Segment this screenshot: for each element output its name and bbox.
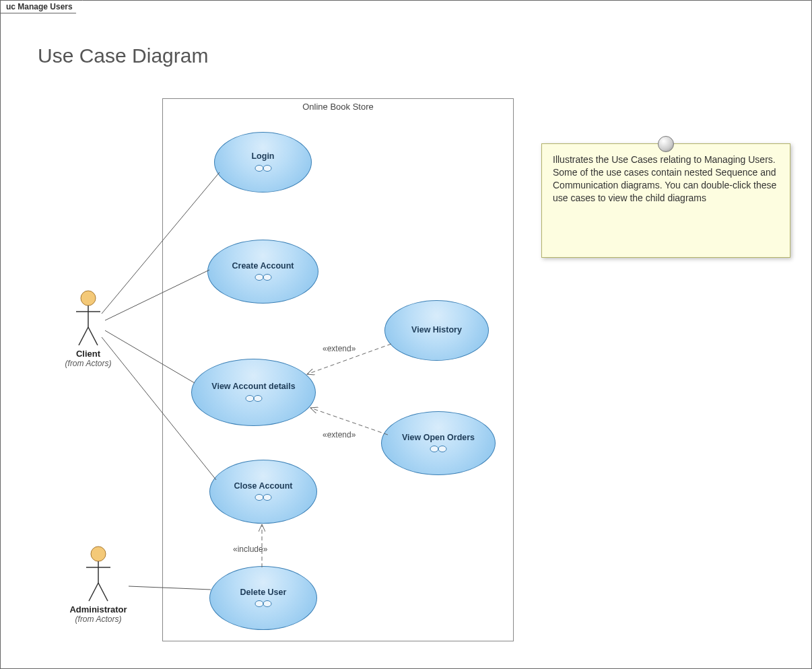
- nested-diagram-icon: [244, 394, 263, 402]
- extend-label: «extend»: [323, 430, 356, 439]
- diagram-note: Illustrates the Use Cases relating to Ma…: [541, 143, 790, 258]
- svg-point-5: [91, 547, 106, 561]
- usecase-label: Create Account: [228, 262, 298, 271]
- nested-diagram-icon: [254, 493, 273, 501]
- usecase-close-account[interactable]: Close Account: [209, 460, 317, 524]
- actor-admin-name: Administrator: [61, 604, 135, 614]
- usecase-delete-user[interactable]: Delete User: [209, 566, 317, 630]
- svg-point-11: [263, 165, 271, 171]
- svg-line-4: [88, 327, 98, 345]
- svg-point-13: [255, 275, 263, 281]
- svg-point-0: [81, 291, 96, 306]
- svg-point-10: [255, 165, 263, 171]
- usecase-label: View Account details: [207, 382, 299, 392]
- usecase-login[interactable]: Login: [214, 132, 312, 192]
- svg-point-20: [263, 495, 271, 501]
- usecase-view-account-details[interactable]: View Account details: [191, 359, 316, 426]
- usecase-label: Login: [247, 152, 278, 162]
- svg-line-8: [89, 583, 98, 601]
- note-text: Illustrates the Use Cases relating to Ma…: [553, 154, 776, 203]
- usecase-label: Delete User: [236, 588, 291, 598]
- svg-point-26: [438, 446, 446, 452]
- pin-icon: [658, 136, 674, 152]
- actor-icon: [85, 546, 112, 603]
- usecase-label: View Open Orders: [398, 433, 479, 443]
- diagram-frame: uc Manage Users Use Case Diagram Online …: [0, 0, 812, 669]
- svg-line-3: [79, 327, 88, 345]
- svg-point-23: [263, 601, 271, 607]
- svg-point-17: [254, 395, 262, 401]
- actor-client-name: Client: [58, 349, 119, 359]
- actor-client[interactable]: Client (from Actors): [58, 290, 119, 368]
- actor-client-from: (from Actors): [58, 359, 119, 368]
- usecase-view-open-orders[interactable]: View Open Orders: [381, 411, 496, 475]
- nested-diagram-icon: [254, 164, 273, 172]
- extend-label: «extend»: [323, 344, 356, 353]
- actor-admin-from: (from Actors): [61, 614, 135, 624]
- actor-icon: [75, 290, 102, 347]
- nested-diagram-icon: [254, 273, 273, 281]
- include-label: «include»: [233, 544, 267, 554]
- usecase-create-account[interactable]: Create Account: [207, 240, 318, 304]
- svg-point-25: [430, 446, 438, 452]
- svg-point-22: [255, 601, 263, 607]
- svg-line-9: [98, 583, 108, 601]
- diagram-title: Use Case Diagram: [38, 44, 208, 67]
- svg-point-14: [263, 275, 271, 281]
- nested-diagram-icon: [429, 445, 448, 453]
- actor-administrator[interactable]: Administrator (from Actors): [61, 546, 135, 624]
- system-boundary-label: Online Book Store: [163, 102, 513, 112]
- svg-point-19: [255, 495, 263, 501]
- nested-diagram-icon: [254, 600, 273, 608]
- svg-point-16: [246, 395, 254, 401]
- usecase-label: Close Account: [230, 482, 296, 491]
- usecase-view-history[interactable]: View History: [384, 300, 489, 361]
- usecase-label: View History: [407, 326, 466, 335]
- frame-tab: uc Manage Users: [0, 0, 83, 13]
